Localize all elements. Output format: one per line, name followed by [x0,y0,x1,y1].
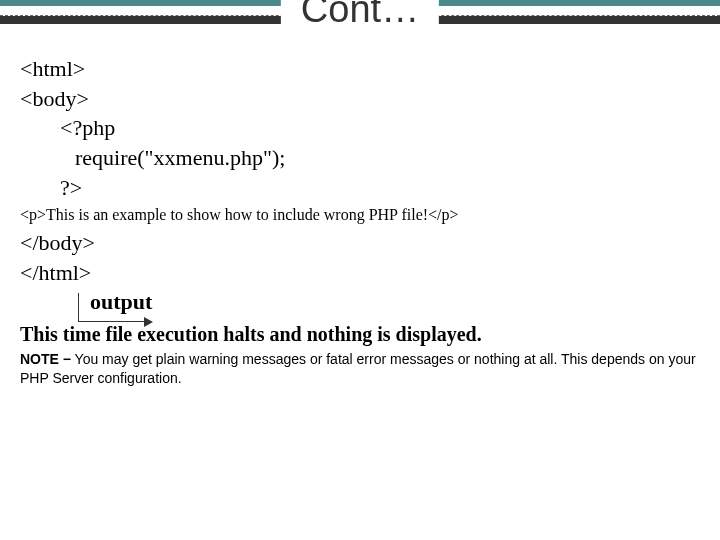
arrow-head-icon [144,317,153,327]
output-label: output [90,289,700,315]
code-line: </body> [20,228,700,258]
arrow-vertical [78,293,79,321]
code-line: require("xxmenu.php"); [75,143,700,173]
arrow-horizontal [78,321,148,322]
slide-body: <html> <body> <?php require("xxmenu.php"… [0,24,720,388]
note-label: NOTE − [20,351,71,367]
code-line: <?php [60,113,700,143]
slide-title: Cont… [281,0,439,31]
code-line: ?> [60,173,700,203]
code-block: <html> <body> <?php require("xxmenu.php"… [20,54,700,287]
note-text: You may get plain warning messages or fa… [20,351,696,386]
code-line: <p>This is an example to show how to inc… [20,204,700,226]
note-paragraph: NOTE − You may get plain warning message… [20,350,700,388]
code-line: <body> [20,84,700,114]
code-line: <html> [20,54,700,84]
result-text: This time file execution halts and nothi… [20,323,700,346]
title-bar: Cont… [0,16,720,24]
code-line: </html> [20,258,700,288]
